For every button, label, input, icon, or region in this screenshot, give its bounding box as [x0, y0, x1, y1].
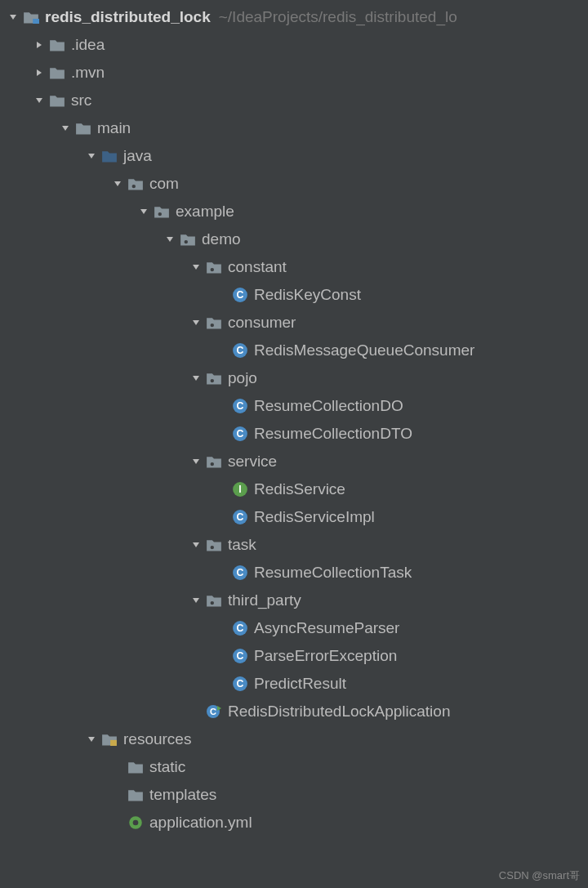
- expand-arrow-icon[interactable]: [85, 733, 98, 746]
- collapse-arrow-icon[interactable]: [33, 66, 46, 79]
- node-label: ResumeCollectionDO: [254, 397, 403, 415]
- tree-row-rediskeyconst[interactable]: C RedisKeyConst: [0, 281, 588, 309]
- node-label: pojo: [228, 369, 257, 387]
- tree-row-redisdistributedlockapplication[interactable]: C RedisDistributedLockApplication: [0, 698, 588, 725]
- node-label: constant: [228, 258, 287, 276]
- expand-arrow-icon[interactable]: [33, 94, 46, 107]
- interface-icon: I: [232, 481, 248, 498]
- tree-row-redisservice[interactable]: I RedisService: [0, 475, 588, 503]
- watermark: CSDN @smart哥: [499, 868, 580, 883]
- class-icon: C: [232, 509, 248, 525]
- tree-row-predictresult[interactable]: C PredictResult: [0, 670, 588, 698]
- tree-row-resumecollectiondo[interactable]: C ResumeCollectionDO: [0, 392, 588, 420]
- node-label: ParseErrorException: [254, 647, 397, 665]
- tree-row-src[interactable]: src: [0, 87, 588, 114]
- root-path: ~/IdeaProjects/redis_distributed_lo: [219, 8, 457, 26]
- svg-text:C: C: [237, 650, 244, 662]
- svg-text:C: C: [237, 345, 244, 356]
- yml-file-icon: [127, 814, 144, 831]
- tree-row-consumer[interactable]: consumer: [0, 309, 588, 337]
- class-icon: C: [232, 676, 248, 692]
- node-label: task: [228, 536, 256, 554]
- expand-arrow-icon[interactable]: [59, 122, 72, 135]
- svg-point-10: [211, 379, 214, 382]
- project-tree: redis_distributed_lock ~/IdeaProjects/re…: [0, 0, 588, 840]
- expand-arrow-icon[interactable]: [189, 372, 203, 385]
- node-label: RedisServiceImpl: [254, 508, 375, 526]
- tree-row-resources[interactable]: resources: [0, 725, 588, 753]
- tree-row-idea[interactable]: .idea: [0, 31, 588, 59]
- expand-arrow-icon[interactable]: [137, 205, 150, 218]
- svg-point-2: [158, 212, 162, 216]
- node-label: ResumeCollectionTask: [254, 564, 412, 582]
- package-icon: [154, 203, 170, 220]
- class-icon: C: [232, 564, 248, 581]
- expand-arrow-icon[interactable]: [85, 149, 98, 163]
- root-label: redis_distributed_lock: [45, 8, 211, 26]
- class-icon: C: [232, 426, 248, 442]
- node-label: .idea: [71, 36, 105, 54]
- tree-row-constant[interactable]: constant: [0, 253, 588, 281]
- svg-text:C: C: [237, 400, 244, 412]
- tree-row-pojo[interactable]: pojo: [0, 364, 588, 392]
- svg-text:C: C: [237, 428, 244, 440]
- node-label: third_party: [228, 591, 301, 609]
- tree-row-resumecollectiondto[interactable]: C ResumeCollectionDTO: [0, 420, 588, 448]
- node-label: .mvn: [71, 64, 105, 82]
- class-icon: C: [232, 620, 248, 636]
- tree-row-resumecollectiontask[interactable]: C ResumeCollectionTask: [0, 559, 588, 587]
- node-label: PredictResult: [254, 675, 346, 693]
- node-label: AsyncResumeParser: [254, 619, 399, 637]
- tree-row-thirdparty[interactable]: third_party: [0, 587, 588, 614]
- tree-row-templates[interactable]: templates: [0, 781, 588, 809]
- tree-row-java[interactable]: java: [0, 142, 588, 170]
- expand-arrow-icon[interactable]: [111, 177, 124, 190]
- node-label: main: [97, 119, 131, 137]
- tree-row-applicationyml[interactable]: application.yml: [0, 809, 588, 837]
- tree-row-service[interactable]: service: [0, 448, 588, 475]
- tree-row-demo[interactable]: demo: [0, 225, 588, 253]
- source-folder-icon: [101, 148, 118, 164]
- expand-arrow-icon[interactable]: [189, 316, 203, 329]
- expand-arrow-icon[interactable]: [189, 538, 203, 551]
- svg-text:C: C: [237, 567, 244, 578]
- spring-boot-class-icon: C: [206, 703, 222, 720]
- expand-arrow-icon[interactable]: [7, 11, 20, 24]
- node-label: RedisKeyConst: [254, 286, 361, 304]
- expand-arrow-icon[interactable]: [189, 594, 203, 607]
- svg-text:C: C: [237, 289, 244, 301]
- svg-point-7: [211, 324, 214, 327]
- tree-row-task[interactable]: task: [0, 531, 588, 559]
- node-label: demo: [202, 230, 241, 248]
- folder-icon: [75, 120, 91, 136]
- svg-rect-0: [33, 19, 39, 25]
- expand-arrow-icon[interactable]: [189, 261, 203, 274]
- package-icon: [206, 453, 222, 470]
- tree-row-redisserviceimpl[interactable]: C RedisServiceImpl: [0, 503, 588, 531]
- expand-arrow-icon[interactable]: [189, 455, 203, 468]
- svg-point-20: [211, 546, 214, 549]
- module-folder-icon: [23, 9, 39, 25]
- package-icon: [206, 259, 222, 275]
- svg-point-4: [211, 268, 214, 271]
- tree-row-redismessagequeueconsumer[interactable]: C RedisMessageQueueConsumer: [0, 337, 588, 364]
- tree-row-com[interactable]: com: [0, 170, 588, 198]
- node-label: RedisMessageQueueConsumer: [254, 341, 474, 359]
- svg-text:C: C: [210, 707, 216, 716]
- collapse-arrow-icon[interactable]: [33, 38, 46, 51]
- folder-icon: [127, 759, 144, 775]
- svg-text:C: C: [237, 511, 244, 523]
- tree-row-root[interactable]: redis_distributed_lock ~/IdeaProjects/re…: [0, 3, 588, 31]
- class-icon: C: [232, 398, 248, 414]
- tree-row-static[interactable]: static: [0, 753, 588, 781]
- node-label: resources: [123, 730, 191, 748]
- package-icon: [127, 176, 144, 192]
- tree-row-main[interactable]: main: [0, 114, 588, 142]
- tree-row-example[interactable]: example: [0, 198, 588, 225]
- tree-row-mvn[interactable]: .mvn: [0, 59, 588, 87]
- expand-arrow-icon[interactable]: [163, 233, 176, 246]
- node-label: static: [149, 758, 185, 776]
- node-label: templates: [149, 786, 216, 804]
- tree-row-parseerrorexception[interactable]: C ParseErrorException: [0, 642, 588, 670]
- tree-row-asyncresumeparser[interactable]: C AsyncResumeParser: [0, 614, 588, 642]
